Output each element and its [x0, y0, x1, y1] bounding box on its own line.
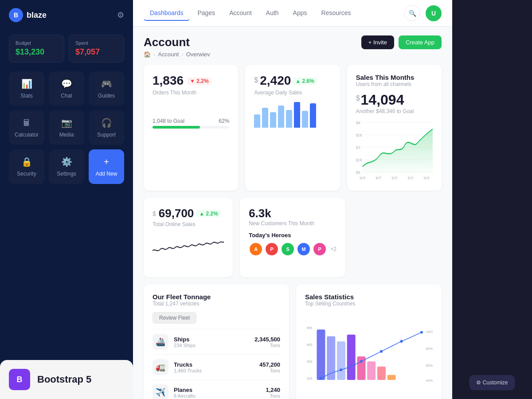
stats-label: Stats: [20, 93, 32, 99]
orders-label: Orders This Month: [153, 90, 229, 96]
media-label: Media: [59, 132, 74, 138]
breadcrumb-account[interactable]: Account: [158, 51, 179, 58]
svg-point-30: [380, 350, 383, 353]
svg-text:600: 600: [307, 343, 313, 347]
tab-pages[interactable]: Pages: [192, 6, 222, 21]
sidebar-logo: B blaze: [9, 8, 47, 22]
progress-bar-fill: [153, 126, 200, 129]
svg-text:100%: 100%: [426, 330, 433, 334]
breadcrumb-sep2: ›: [181, 51, 183, 58]
sales-stats-card: Sales Statistics Top Selling Countries 8…: [296, 284, 442, 399]
fleet-item-planes: ✈️ Planes 8 Aircrafts 1,240 Tons: [153, 379, 280, 399]
total-sales-value: 69,700: [159, 207, 194, 220]
tab-dashboards[interactable]: Dashboards: [144, 6, 190, 21]
svg-text:Apr 10: Apr 10: [391, 176, 397, 180]
sales-month-title: Sales This Months: [356, 74, 433, 81]
review-fleet-button[interactable]: Review Fleet: [153, 312, 196, 324]
stats-icon: 📊: [21, 78, 32, 89]
page-title: Account: [144, 35, 210, 49]
invite-button[interactable]: + Invite: [361, 35, 394, 49]
page-header: Account 🏠 › Account › Overwiev + Invite …: [144, 35, 442, 58]
top-navigation: Dashboards Pages Account Auth Apps Resou…: [133, 0, 452, 27]
breadcrumb-current: Overwiev: [186, 51, 210, 58]
sales-stats-chart: 800 600 400 200: [305, 312, 433, 399]
ships-info: Ships 234 Ships: [174, 336, 249, 348]
settings-icon: ⚙️: [61, 156, 72, 167]
user-avatar[interactable]: U: [426, 5, 442, 21]
budget-label: Budget: [16, 40, 58, 46]
sidebar-item-add-new[interactable]: + Add New: [89, 149, 124, 184]
tab-resources[interactable]: Resources: [315, 6, 357, 21]
guides-icon: 🎮: [101, 78, 112, 89]
nav-grid: 📊 Stats 💬 Chat 🎮 Guides 🖩 Calculator 📷 M…: [0, 71, 133, 188]
svg-rect-25: [377, 367, 386, 380]
create-app-button[interactable]: Create App: [399, 35, 442, 49]
svg-point-28: [340, 368, 342, 371]
sales-stats-title: Sales Statistics: [305, 293, 433, 301]
svg-text:$10K: $10K: [356, 170, 360, 174]
daily-sales-label: Average Daily Sales: [254, 90, 331, 96]
tab-account[interactable]: Account: [223, 6, 258, 21]
svg-point-29: [360, 360, 363, 363]
daily-sales-value: 2,420: [260, 74, 291, 88]
sidebar-item-settings[interactable]: ⚙️ Settings: [49, 149, 84, 184]
daily-sales-card: $ 2,420 ▲ 2.6% Average Daily Sales: [245, 65, 340, 191]
sidebar-item-chat[interactable]: 💬 Chat: [49, 71, 84, 106]
search-button[interactable]: 🔍: [404, 5, 420, 21]
svg-text:60%: 60%: [426, 364, 433, 368]
fleet-item-trucks: 🚛 Trucks 1,460 Trucks 457,200 Tons: [153, 354, 280, 379]
trucks-info: Trucks 1,460 Trucks: [174, 361, 254, 373]
security-label: Security: [17, 171, 36, 177]
menu-icon[interactable]: ⚙: [117, 10, 124, 20]
fleet-item-ships: 🚢 Ships 234 Ships 2,345,500 Tons: [153, 329, 280, 354]
ships-count: 234 Ships: [174, 343, 249, 348]
tab-apps[interactable]: Apps: [287, 6, 313, 21]
planes-icon: ✈️: [153, 384, 168, 399]
bar-2: [262, 108, 268, 128]
security-icon: 🔒: [21, 156, 32, 167]
chat-icon: 💬: [61, 78, 72, 89]
customers-value: 6.3k: [249, 207, 271, 220]
chat-label: Chat: [61, 93, 72, 99]
ships-num: 2,345,500: [254, 336, 280, 343]
trucks-unit: Tons: [259, 368, 280, 373]
sidebar-item-calculator[interactable]: 🖩 Calculator: [9, 110, 44, 145]
goal-pct: 62%: [219, 118, 229, 124]
orders-badge: ▼ 2.2%: [187, 77, 211, 85]
page-header-left: Account 🏠 › Account › Overwiev: [144, 35, 210, 58]
sales-month-sub: Users from all channels: [356, 81, 433, 87]
orders-value: 1,836: [153, 74, 184, 88]
customize-button[interactable]: ⚙ Customize: [469, 375, 515, 390]
calculator-label: Calculator: [15, 132, 39, 138]
svg-text:$24K: $24K: [356, 121, 360, 125]
sidebar-item-guides[interactable]: 🎮 Guides: [89, 71, 124, 106]
sidebar-bottom: B Bootstrap 5: [0, 360, 133, 399]
progress-bar-bg: [153, 126, 229, 129]
svg-point-27: [320, 377, 322, 379]
hero-avatar-3: S: [281, 242, 295, 256]
ships-unit: Tons: [254, 343, 280, 348]
svg-text:800: 800: [307, 326, 313, 330]
sales-dollar: $: [356, 92, 360, 102]
total-dollar: $: [153, 210, 156, 217]
bootstrap-label: Bootstrap 5: [37, 374, 91, 385]
trucks-icon: 🚛: [153, 359, 168, 375]
spent-card: Spent $7,057: [69, 35, 124, 63]
sidebar-item-support[interactable]: 🎧 Support: [89, 110, 124, 145]
sidebar-item-media[interactable]: 📷 Media: [49, 110, 84, 145]
svg-rect-26: [387, 375, 396, 380]
customers-label: New Customers This Month: [249, 220, 336, 227]
sidebar-item-security[interactable]: 🔒 Security: [9, 149, 44, 184]
planes-name: Planes: [174, 387, 260, 393]
spent-label: Spent: [75, 40, 117, 46]
fleet-sub: Total 1,247 vehicles: [153, 301, 280, 307]
stats-row: 1,836 ▼ 2.2% Orders This Month 1,048 to …: [144, 65, 442, 191]
hero-avatar-2: P: [265, 242, 279, 256]
svg-text:$13.5K: $13.5K: [356, 158, 362, 162]
tab-auth[interactable]: Auth: [260, 6, 285, 21]
media-icon: 📷: [61, 117, 72, 128]
orders-card: 1,836 ▼ 2.2% Orders This Month 1,048 to …: [144, 65, 238, 191]
sidebar-item-stats[interactable]: 📊 Stats: [9, 71, 44, 106]
svg-text:Apr 13: Apr 13: [407, 176, 413, 180]
logo-text: blaze: [27, 11, 47, 20]
